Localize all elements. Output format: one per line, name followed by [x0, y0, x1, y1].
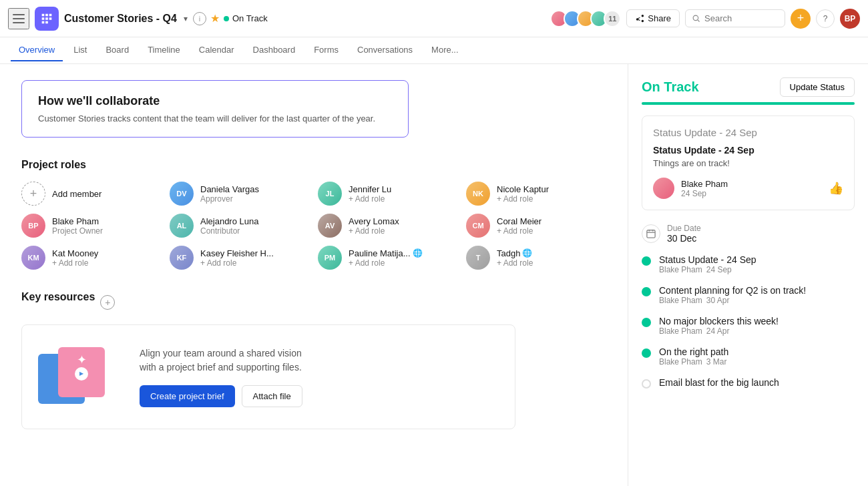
avatar-daniela: DV: [170, 182, 194, 206]
svg-line-4: [698, 19, 700, 21]
title-actions: ▾ i ★ On Track: [182, 12, 268, 25]
tab-overview[interactable]: Overview: [11, 39, 63, 61]
info-button[interactable]: i: [193, 12, 206, 25]
role-daniela: DV Daniela Vargas Approver: [170, 182, 310, 206]
tab-conversations[interactable]: Conversations: [349, 39, 421, 61]
tab-list[interactable]: List: [65, 39, 95, 61]
timeline-item-5: Email blast for the big launch: [642, 377, 855, 389]
role-add-jennifer[interactable]: + Add role: [349, 194, 391, 204]
role-name-blake: Blake Pham: [52, 216, 103, 226]
progress-fill: [642, 102, 855, 105]
role-name-nicole: Nicole Kaptur: [497, 184, 549, 194]
status-user-name: Blake Pham: [681, 179, 822, 189]
timeline-title-3: No major blockers this week!: [659, 316, 855, 326]
share-label: Share: [648, 13, 671, 23]
role-kat: KM Kat Mooney + Add role: [21, 246, 162, 270]
role-name-tadgh: Tadgh 🌐: [497, 248, 533, 258]
project-roles-section: Project roles + Add member DV Daniela Va…: [21, 159, 606, 270]
role-add-tadgh[interactable]: + Add role: [497, 258, 533, 268]
role-add-coral[interactable]: + Add role: [497, 226, 541, 236]
status-user: Blake Pham 24 Sep 👍: [653, 178, 843, 199]
avatar-blake: BP: [21, 214, 45, 238]
timeline-title-5: Email blast for the big launch: [659, 377, 855, 388]
add-button[interactable]: +: [791, 9, 811, 29]
timeline-item-1: Status Update - 24 Sep Blake Pham 24 Sep: [642, 254, 855, 274]
role-tadgh: T Tadgh 🌐 + Add role: [466, 246, 606, 270]
status-text: On Track: [232, 13, 268, 23]
collab-title: How we'll collaborate: [38, 94, 392, 108]
sidebar-header: On Track Update Status: [642, 77, 855, 97]
timeline-content-1: Status Update - 24 Sep Blake Pham 24 Sep: [659, 254, 855, 274]
tab-more[interactable]: More...: [423, 39, 466, 61]
timeline-dot-3: [642, 318, 651, 327]
topbar-left: Customer Stories - Q4 ▾ i ★ On Track: [8, 7, 545, 31]
main-layout: How we'll collaborate Customer Stories t…: [0, 64, 868, 486]
share-button[interactable]: Share: [626, 9, 680, 27]
avatar-tadgh: T: [466, 246, 490, 270]
role-add-kat[interactable]: + Add role: [52, 258, 98, 268]
star-icon[interactable]: ★: [210, 12, 220, 25]
svg-rect-2: [13, 22, 25, 23]
add-resource-button[interactable]: +: [100, 295, 115, 310]
topbar-right: 11 Share + ? BP: [550, 9, 860, 29]
role-info-blake: Blake Pham Project Owner: [52, 216, 103, 236]
add-member-button[interactable]: +: [21, 182, 45, 206]
app-icon: [35, 7, 59, 31]
avatar-count[interactable]: 11: [604, 10, 621, 27]
globe-icon-pauline: 🌐: [413, 248, 423, 258]
timeline-title-2: Content planning for Q2 is on track!: [659, 285, 855, 296]
tab-calendar[interactable]: Calendar: [191, 39, 242, 61]
timeline-content-3: No major blockers this week! Blake Pham …: [659, 316, 855, 336]
resource-content: Align your team around a shared visionwi…: [140, 346, 499, 407]
role-blake: BP Blake Pham Project Owner: [21, 214, 162, 238]
project-roles-title: Project roles: [21, 159, 606, 171]
timeline-author-3: Blake Pham: [659, 326, 702, 336]
timeline-meta-2: Blake Pham 30 Apr: [659, 296, 855, 305]
search-bar[interactable]: [685, 9, 785, 27]
collab-box: How we'll collaborate Customer Stories t…: [21, 80, 409, 138]
timeline-date-3: 24 Apr: [706, 326, 730, 336]
tab-dashboard[interactable]: Dashboard: [245, 39, 304, 61]
avatar-nicole: NK: [466, 182, 490, 206]
thumbs-up-icon[interactable]: 👍: [829, 181, 843, 196]
project-title: Customer Stories - Q4: [64, 13, 177, 25]
create-project-brief-button[interactable]: Create project brief: [140, 385, 235, 407]
add-member-info: Add member: [52, 189, 101, 199]
help-button[interactable]: ?: [816, 9, 835, 28]
timeline-meta-1: Blake Pham 24 Sep: [659, 265, 855, 274]
timeline-date-1: 24 Sep: [706, 265, 732, 274]
role-avery: AV Avery Lomax + Add role: [318, 214, 458, 238]
timeline-dot-1: [642, 256, 651, 266]
resource-illustration: ✦ ▶: [38, 347, 118, 407]
tab-timeline[interactable]: Timeline: [140, 39, 188, 61]
role-add-nicole[interactable]: + Add role: [497, 194, 549, 204]
topbar: Customer Stories - Q4 ▾ i ★ On Track 11 …: [0, 0, 868, 37]
update-status-button[interactable]: Update Status: [780, 77, 855, 97]
svg-rect-0: [13, 14, 25, 15]
role-add-pauline[interactable]: + Add role: [349, 258, 423, 268]
svg-point-3: [693, 15, 698, 21]
title-dropdown-button[interactable]: ▾: [182, 13, 189, 25]
status-user-avatar: [653, 178, 674, 199]
role-name-pauline: Pauline Matija... 🌐: [349, 248, 423, 258]
content-area: How we'll collaborate Customer Stories t…: [0, 64, 628, 486]
due-date-icon: [642, 224, 660, 243]
attach-file-button[interactable]: Attach file: [242, 385, 302, 407]
timeline-dot-4: [642, 348, 651, 358]
role-add-kasey[interactable]: + Add role: [200, 258, 274, 268]
svg-rect-1: [13, 18, 25, 19]
resource-desc: Align your team around a shared visionwi…: [140, 346, 499, 375]
status-card-date: Status Update - 24 Sep: [653, 127, 843, 138]
role-add-avery[interactable]: + Add role: [349, 226, 399, 236]
progress-bar: [642, 102, 855, 105]
avatar-alejandro: AL: [170, 214, 194, 238]
timeline-author-2: Blake Pham: [659, 296, 702, 305]
role-alejandro: AL Alejandro Luna Contributor: [170, 214, 310, 238]
hamburger-menu-button[interactable]: [8, 8, 29, 29]
search-input[interactable]: [704, 13, 778, 23]
user-avatar[interactable]: BP: [840, 9, 860, 29]
tab-forms[interactable]: Forms: [306, 39, 347, 61]
role-name-avery: Avery Lomax: [349, 216, 399, 226]
timeline-meta-3: Blake Pham 24 Apr: [659, 326, 855, 336]
tab-board[interactable]: Board: [97, 39, 137, 61]
